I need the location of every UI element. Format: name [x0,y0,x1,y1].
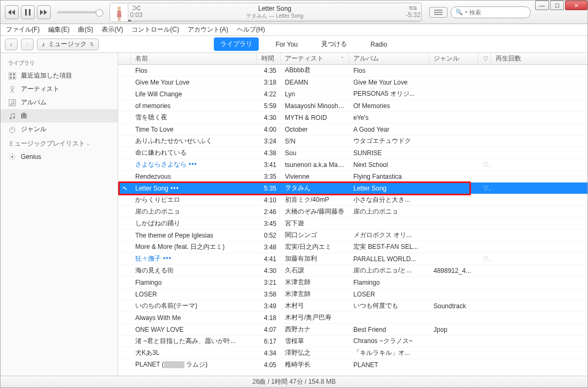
cell-album: Flamingo [349,279,429,286]
svg-rect-8 [13,73,15,75]
maximize-button[interactable]: ☐ [550,1,564,10]
table-row[interactable]: The theme of Pepe Iglesias0:52関口シンゴメガロボク… [118,230,587,241]
table-row[interactable]: Life Will Change4:22LynPERSONA5 オリジ... [118,88,587,100]
table-row[interactable]: ありふれたせかいせいふく3:24S!Nウタゴエチュウドク [118,135,587,147]
cell-album: 小さな自分と大き... [349,195,429,204]
table-row[interactable]: PLANET ( ラムジ)4:05稚峙学长PLANET [118,359,587,371]
cell-album: Flos [349,67,429,74]
close-button[interactable]: ✕ [565,1,587,10]
table-row[interactable]: Always With Me4:18木村弓/奥戸巴寿 [118,312,587,324]
col-time[interactable]: 時間 [257,53,281,64]
table-row[interactable]: Rendezvous3:35VivienneFlying Fantastica [118,171,587,182]
volume-slider[interactable] [57,11,100,13]
sidebar-item-recent[interactable]: 最近追加した項目 [1,69,118,82]
menu-account[interactable]: アカウント(A) [188,25,228,34]
svg-rect-6 [10,73,12,75]
menu-controls[interactable]: コントロール(C) [131,25,179,34]
table-row[interactable]: 海の見える街4:30久石譲崖の上のポニョ/と...4898912_4... [118,265,587,277]
remaining-time: -5:32 [406,11,420,19]
cell-artist: ヲタみん [281,184,349,193]
table-row[interactable]: 命に嫌われている4:38SouSUNRISE [118,147,587,159]
cell-heart[interactable]: ♡ [478,255,491,263]
cell-album: PLANET [349,361,429,369]
tab-radio[interactable]: Radio [364,39,393,50]
cell-album: 「キルラキル」オ... [349,348,429,357]
cell-name: ありふれたせかいせいふく [131,136,257,146]
table-row[interactable]: しかばねの踊り3:45宮下遊 [118,218,587,230]
sidebar-item-album[interactable]: アルバム [1,96,118,109]
tab-library[interactable]: ライブラリ [214,37,259,51]
table-row[interactable]: of memories5:59Masayoshi Minoshi...Of Me… [118,100,587,112]
cell-album: 崖の上のポニョ/と... [349,266,429,275]
sidebar-item-genre[interactable]: ジャンル [1,123,118,136]
cell-artist: 木村弓 [281,301,349,310]
table-row[interactable]: More & More (feat. 日之内エミ)3:48宏実/日之内エミ宏実 … [118,241,587,253]
cell-name: Always With Me [131,314,257,322]
window-controls: — ☐ ✕ [535,1,587,10]
table-row[interactable]: いのちの名前(テーマ)3:49木村弓いつも何度でもSoundtrack [118,300,587,312]
col-plays[interactable]: 再生回数 [491,53,587,64]
table-row[interactable]: 雪を聴く夜4:30MYTH & ROIDeYe's [118,112,587,124]
prev-button[interactable] [5,5,19,19]
cell-artist: 加藤有加利 [281,254,349,263]
sidebar-item-label: Genius [21,153,41,161]
col-icon[interactable] [118,53,131,64]
table-row[interactable]: 渚 ~君と目指した高み、愿いが叶...6:17雪桜草Chranos ~クラノス~ [118,336,587,347]
repeat-icon[interactable]: -5:32 [405,5,421,19]
table-row[interactable]: 犬Kあ3L4:34澤野弘之「キルラキル」オ... [118,347,587,359]
media-picker[interactable]: ♪ ミュージック ⇅ [37,39,99,50]
menu-edit[interactable]: 編集(E) [48,25,69,34]
search-field[interactable]: 🔍▾ [451,6,531,18]
cell-name: Letter Song••• [131,185,257,192]
pause-button[interactable] [21,5,35,19]
sidebar-item-note[interactable]: 曲 [1,109,118,123]
tab-foryou[interactable]: For You [269,39,304,50]
menu-view[interactable]: 表示(V) [102,25,123,34]
menu-file[interactable]: ファイル(F) [6,25,40,34]
cell-time: 2:46 [257,208,281,216]
table-row[interactable]: Time To Love4:00OctoberA Good Year [118,124,587,135]
progress-bar[interactable] [128,20,421,21]
col-genre[interactable]: ジャンル [429,53,478,64]
col-artist[interactable]: アーティスト⌃ [281,53,349,64]
table-row[interactable]: Flos4:35ABbbb君Flos [118,65,587,77]
table-row[interactable]: Flamingo3:21米津玄師Flamingo [118,277,587,288]
nav-tabs: ライブラリ For You 見つける Radio [102,37,505,51]
shuffle-icon[interactable]: 0:03 [128,5,144,19]
app-window: — ☐ ✕ 0:03 Letter Song ヲタみん — Letter Son… [0,0,588,388]
sidebar-header-playlists: ミュージックプレイリスト⌵ [1,136,118,150]
cell-time: 6:17 [257,338,281,345]
table-row[interactable]: 狂々撫子•••4:41加藤有加利PARALLEL WORLD...♡ [118,253,587,265]
table-row[interactable]: からくりピエロ4:10初音ミク/40mP小さな自分と大き... [118,194,587,206]
cell-artist: 久石譲 [281,266,349,275]
col-album[interactable]: アルバム [349,53,429,64]
view-list-button[interactable] [429,7,447,18]
menu-song[interactable]: 曲(S) [78,25,93,34]
table-row[interactable]: Letter Song•••5:35ヲタみんLetter Song♡ [118,182,587,194]
table-row[interactable]: LOSER3:58米津玄師LOSER [118,288,587,300]
table-row[interactable]: 崖の上のポニョ2:46大橋のぞみ/藤岡藤巻崖の上のポニョ [118,206,587,218]
cell-album: A Good Year [349,126,429,133]
col-heart[interactable]: ♡ [478,53,491,64]
tab-discover[interactable]: 見つける [315,37,353,51]
search-input[interactable] [469,9,526,16]
cell-heart[interactable]: ♡ [478,185,491,192]
cell-artist: ABbbb君 [281,66,349,75]
cell-artist: tsunenori a.k.a Mar... [281,161,349,169]
cell-album: PERSONA5 オリジ... [349,89,429,98]
menu-help[interactable]: ヘルプ(H) [237,25,265,34]
table-row[interactable]: Give Me Your Love3:18DEAMNGive Me Your L… [118,77,587,88]
nav-back-button[interactable]: ‹ [5,39,18,50]
cell-heart[interactable]: ♡ [478,161,491,169]
svg-point-10 [11,86,14,89]
table-row[interactable]: ONE WAY LOVE4:07西野カナBest FriendJpop [118,324,587,336]
next-button[interactable] [37,5,51,19]
minimize-button[interactable]: — [535,1,549,10]
table-row[interactable]: さよならさよなら•••3:41tsunenori a.k.a Mar...Nex… [118,159,587,171]
sidebar-item-label: アーティスト [21,85,59,94]
cell-album: PARALLEL WORLD... [349,255,429,263]
col-name[interactable]: 名前 [131,53,257,64]
nav-forward-button[interactable]: › [21,39,34,50]
sidebar-item-mic[interactable]: アーティスト [1,82,118,96]
sidebar-item-genius[interactable]: Genius [1,150,118,163]
